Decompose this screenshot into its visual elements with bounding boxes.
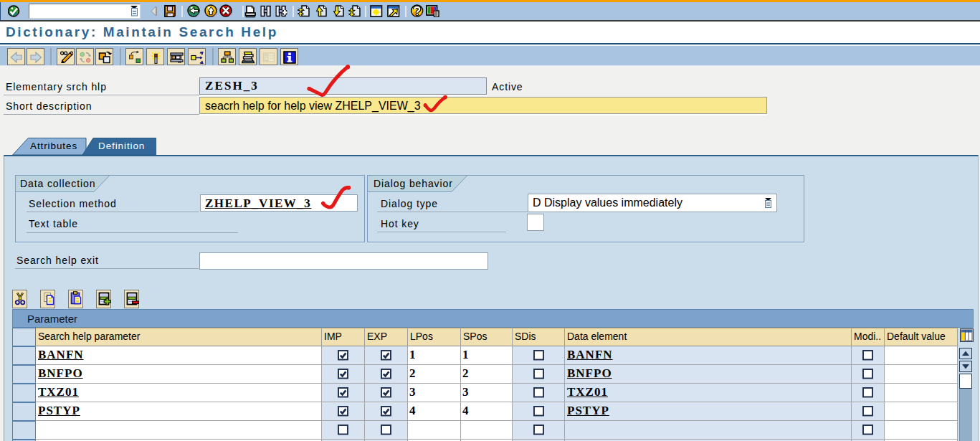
svg-text:Attributes: Attributes <box>30 141 77 151</box>
svg-text:Definition: Definition <box>98 141 145 151</box>
